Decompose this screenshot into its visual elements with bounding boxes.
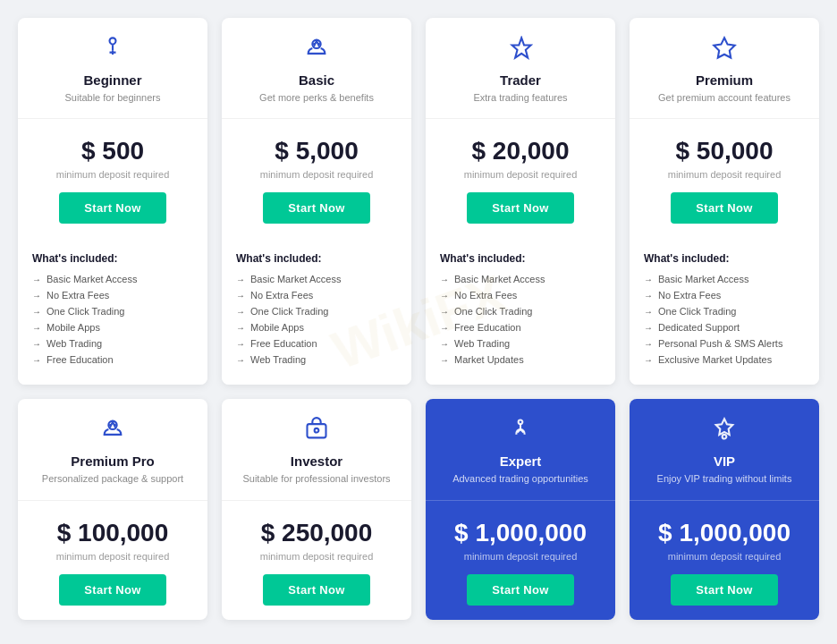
feature-item: → Mobile Apps (236, 322, 397, 333)
svg-marker-4 (512, 38, 531, 57)
card-price-basic: $ 5,000 minimum deposit required Start N… (222, 119, 411, 238)
basic-icon (236, 36, 397, 65)
vip-icon (644, 417, 805, 446)
price-amount-vip: $ 1,000,000 (644, 519, 805, 547)
price-amount-investor: $ 250,000 (236, 519, 397, 547)
arrow-icon: → (440, 339, 449, 349)
feature-item: → No Extra Fees (236, 290, 397, 301)
feature-text: One Click Trading (250, 306, 328, 317)
feature-item: → Exclusive Market Updates (644, 354, 805, 365)
feature-item: → One Click Trading (644, 306, 805, 317)
card-features-trader: What's included: → Basic Market Access →… (426, 238, 615, 385)
start-button-vip[interactable]: Start Now (671, 574, 777, 606)
arrow-icon: → (32, 339, 41, 349)
price-amount-premium: $ 50,000 (644, 137, 805, 165)
arrow-icon: → (440, 291, 449, 301)
plan-title-premium-pro: Premium Pro (32, 453, 193, 469)
price-label-expert: minimum deposit required (440, 551, 601, 562)
feature-text: Web Trading (46, 338, 102, 349)
plan-subtitle-beginner: Suitable for beginners (32, 91, 193, 104)
card-price-investor: $ 250,000 minimum deposit required Start… (222, 501, 411, 620)
start-button-expert[interactable]: Start Now (467, 574, 573, 606)
features-title-trader: What's included: (440, 252, 601, 265)
arrow-icon: → (440, 355, 449, 365)
plan-subtitle-premium: Get premium account features (644, 91, 805, 104)
start-button-basic[interactable]: Start Now (263, 192, 369, 224)
arrow-icon: → (32, 275, 41, 284)
card-features-basic: What's included: → Basic Market Access →… (222, 238, 411, 385)
arrow-icon: → (644, 275, 653, 284)
feature-item: → No Extra Fees (644, 290, 805, 301)
arrow-icon: → (32, 291, 41, 301)
arrow-icon: → (236, 307, 245, 317)
arrow-icon: → (440, 323, 449, 333)
arrow-icon: → (440, 275, 449, 284)
feature-item: → Free Education (236, 338, 397, 349)
card-features-premium: What's included: → Basic Market Access →… (630, 238, 819, 385)
plan-title-trader: Trader (440, 72, 601, 88)
plan-card-trader: Trader Extra trading features $ 20,000 m… (426, 18, 615, 385)
plan-title-vip: VIP (644, 453, 805, 469)
feature-text: No Extra Fees (46, 290, 109, 301)
features-title-basic: What's included: (236, 252, 397, 265)
feature-item: → Free Education (440, 322, 601, 333)
feature-text: Exclusive Market Updates (658, 354, 772, 365)
price-amount-beginner: $ 500 (32, 137, 193, 165)
arrow-icon: → (32, 307, 41, 317)
price-amount-expert: $ 1,000,000 (440, 519, 601, 547)
price-label-premium-pro: minimum deposit required (32, 551, 193, 562)
feature-text: Mobile Apps (250, 322, 304, 333)
feature-text: Personal Push & SMS Alerts (658, 338, 782, 349)
feature-text: Basic Market Access (658, 274, 748, 284)
feature-item: → Mobile Apps (32, 322, 193, 333)
arrow-icon: → (236, 339, 245, 349)
card-top-expert: Expert Advanced trading opportunities (426, 399, 615, 500)
plan-subtitle-expert: Advanced trading opportunities (440, 472, 601, 485)
feature-item: → Basic Market Access (32, 274, 193, 284)
price-amount-premium-pro: $ 100,000 (32, 519, 193, 547)
card-price-expert: $ 1,000,000 minimum deposit required Sta… (426, 501, 615, 620)
start-button-investor[interactable]: Start Now (263, 574, 369, 606)
premium-icon (644, 36, 805, 65)
arrow-icon: → (236, 355, 245, 365)
svg-point-12 (723, 435, 727, 439)
feature-text: One Click Trading (658, 306, 736, 317)
plan-subtitle-trader: Extra trading features (440, 91, 601, 104)
feature-item: → Basic Market Access (644, 274, 805, 284)
plan-title-expert: Expert (440, 453, 601, 469)
feature-text: No Extra Fees (454, 290, 517, 301)
plan-card-beginner: Beginner Suitable for beginners $ 500 mi… (18, 18, 207, 385)
feature-item: → One Click Trading (440, 306, 601, 317)
start-button-premium[interactable]: Start Now (671, 192, 777, 224)
svg-point-8 (315, 428, 319, 433)
card-top-investor: Investor Suitable for professional inves… (222, 399, 411, 500)
arrow-icon: → (236, 275, 245, 284)
feature-item: → Web Trading (440, 338, 601, 349)
feature-text: Dedicated Support (658, 322, 740, 333)
svg-marker-5 (714, 38, 734, 57)
plan-card-premium-pro: Premium Pro Personalized package & suppo… (18, 399, 207, 619)
premium-pro-icon (32, 417, 193, 446)
plan-subtitle-vip: Enjoy VIP trading without limits (644, 472, 805, 485)
feature-text: No Extra Fees (250, 290, 313, 301)
plans-grid: Beginner Suitable for beginners $ 500 mi… (18, 18, 819, 620)
feature-item: → Dedicated Support (644, 322, 805, 333)
feature-item: → One Click Trading (32, 306, 193, 317)
card-price-beginner: $ 500 minimum deposit required Start Now (18, 119, 207, 238)
start-button-premium-pro[interactable]: Start Now (59, 574, 165, 606)
start-button-beginner[interactable]: Start Now (59, 192, 165, 224)
svg-point-9 (519, 420, 523, 425)
card-top-vip: VIP Enjoy VIP trading without limits (630, 399, 819, 500)
card-top-trader: Trader Extra trading features (426, 18, 615, 119)
arrow-icon: → (644, 355, 653, 365)
card-top-premium-pro: Premium Pro Personalized package & suppo… (18, 399, 207, 500)
plan-card-premium: Premium Get premium account features $ 5… (630, 18, 819, 385)
start-button-trader[interactable]: Start Now (467, 192, 573, 224)
trader-icon (440, 36, 601, 65)
feature-item: → Basic Market Access (236, 274, 397, 284)
price-label-vip: minimum deposit required (644, 551, 805, 562)
arrow-icon: → (32, 355, 41, 365)
feature-text: One Click Trading (454, 306, 532, 317)
price-label-premium: minimum deposit required (644, 169, 805, 180)
feature-text: Mobile Apps (46, 322, 100, 333)
